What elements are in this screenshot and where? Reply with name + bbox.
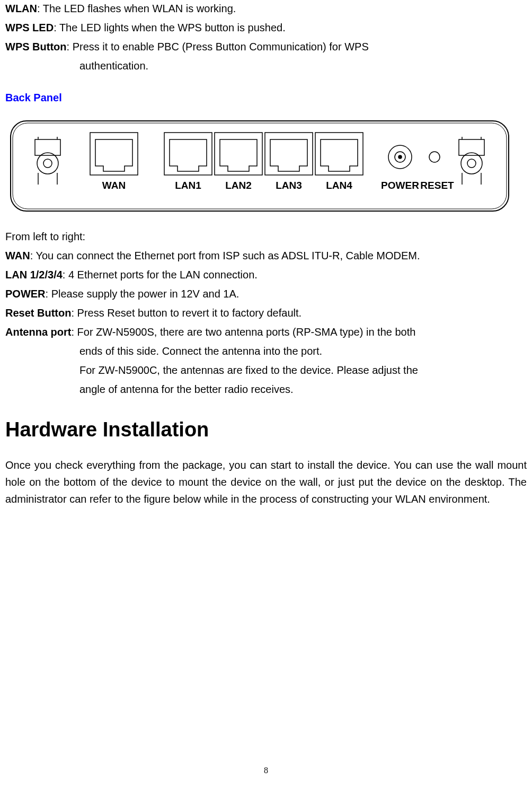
svg-rect-18: [215, 133, 262, 175]
power-definition: POWER: Please supply the power in 12V an…: [5, 285, 527, 302]
back-panel-diagram: WAN LAN1 LAN2 LAN3 LAN4 POWER RESET: [5, 110, 527, 222]
reset-definition: Reset Button: Press Reset button to reve…: [5, 304, 527, 321]
reset-term: Reset Button: [5, 307, 71, 319]
svg-point-12: [461, 153, 482, 174]
wan-term: WAN: [5, 250, 30, 261]
svg-rect-16: [90, 133, 138, 175]
wlan-definition: WLAN: The LED flashes when WLAN is worki…: [5, 0, 527, 17]
svg-point-24: [429, 152, 440, 162]
wlan-term: WLAN: [5, 3, 37, 14]
antenna-continuation-3: angle of antenna for the better radio re…: [79, 381, 527, 398]
reset-desc: : Press Reset button to revert it to fac…: [71, 307, 302, 319]
power-desc: : Please supply the power in 12V and 1A.: [46, 288, 240, 300]
wps-led-definition: WPS LED: The LED lights when the WPS but…: [5, 19, 527, 36]
svg-point-6: [43, 159, 52, 168]
back-panel-heading: Back Panel: [5, 89, 527, 106]
wlan-desc: : The LED flashes when WLAN is working.: [37, 3, 236, 14]
lan-term: LAN 1/2/3/4: [5, 269, 63, 281]
panel-label-wan: WAN: [102, 180, 126, 191]
panel-label-lan2: LAN2: [225, 180, 252, 191]
svg-point-5: [37, 153, 58, 174]
panel-label-lan1: LAN1: [175, 180, 201, 191]
panel-label-power: POWER: [381, 180, 419, 191]
wan-definition: WAN: You can connect the Ethernet port f…: [5, 247, 527, 264]
panel-label-lan4: LAN4: [326, 180, 352, 191]
wps-led-desc: : The LED lights when the WPS button is …: [54, 22, 286, 33]
from-left-text: From left to right:: [5, 228, 527, 245]
wps-led-term: WPS LED: [5, 22, 54, 33]
antenna-definition: Antenna port: For ZW-N5900S, there are t…: [5, 323, 527, 340]
hardware-installation-heading: Hardware Installation: [5, 414, 527, 446]
antenna-continuation-1: ends of this side. Connect the antenna i…: [79, 343, 527, 360]
lan-desc: : 4 Ethernet ports for the LAN connectio…: [63, 269, 258, 281]
antenna-continuation-2: For ZW-N5900C, the antennas are fixed to…: [79, 362, 527, 379]
antenna-term: Antenna port: [5, 326, 71, 338]
svg-rect-0: [11, 121, 509, 211]
antenna-desc: : For ZW-N5900S, there are two antenna p…: [71, 326, 415, 338]
panel-label-reset: RESET: [420, 180, 454, 191]
power-term: POWER: [5, 288, 46, 300]
hardware-paragraph: Once you check everything from the packa…: [5, 457, 527, 507]
page-number: 8: [0, 764, 532, 777]
wan-desc: : You can connect the Ethernet port from…: [30, 250, 420, 261]
svg-point-13: [467, 159, 476, 168]
wps-button-term: WPS Button: [5, 41, 67, 52]
wps-button-continuation: authentication.: [79, 57, 527, 74]
svg-rect-17: [164, 133, 212, 175]
svg-point-23: [398, 155, 402, 159]
panel-label-lan3: LAN3: [276, 180, 302, 191]
svg-rect-20: [315, 133, 363, 175]
lan-definition: LAN 1/2/3/4: 4 Ethernet ports for the LA…: [5, 266, 527, 283]
wps-button-desc: : Press it to enable PBC (Press Button C…: [67, 41, 369, 52]
svg-rect-19: [265, 133, 313, 175]
wps-button-definition: WPS Button: Press it to enable PBC (Pres…: [5, 38, 527, 55]
svg-rect-1: [13, 123, 507, 209]
